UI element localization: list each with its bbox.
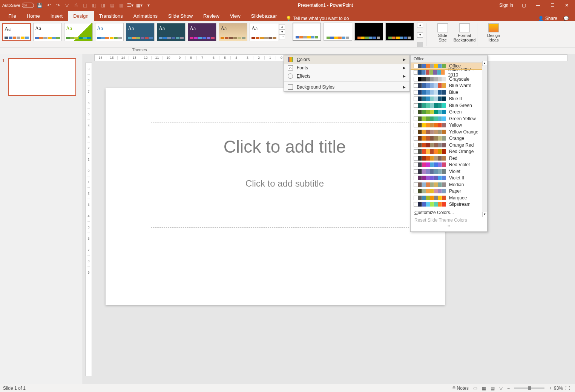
slide-size-button[interactable]: Slide Size bbox=[433, 23, 452, 47]
color-scheme-green-yellow[interactable]: Green Yellow bbox=[411, 115, 487, 122]
autosave-toggle[interactable]: AutoSave Off bbox=[2, 3, 34, 8]
zoom-slider[interactable] bbox=[514, 387, 544, 389]
theme-thumb-6[interactable]: Aa bbox=[157, 23, 186, 41]
tab-view[interactable]: View bbox=[225, 11, 246, 21]
tell-me-search[interactable]: 💡Tell me what you want to do bbox=[286, 16, 349, 21]
ribbon-display-options-icon[interactable]: ▢ bbox=[520, 3, 527, 8]
qat-icon-1[interactable]: ⎙ bbox=[73, 2, 79, 8]
themes-more-button[interactable]: ▴▾⋯ bbox=[279, 24, 285, 40]
color-scheme-blue-green[interactable]: Blue Green bbox=[411, 102, 487, 109]
slide-size-icon bbox=[437, 23, 448, 32]
slide-thumbnails-panel[interactable]: 1 bbox=[0, 54, 83, 384]
design-ideas-button[interactable]: Design Ideas bbox=[484, 23, 503, 47]
color-scheme-yellow[interactable]: Yellow bbox=[411, 122, 487, 129]
color-scheme-office-2007---2010[interactable]: Office 2007 - 2010 bbox=[411, 69, 487, 76]
qat-color-icon[interactable]: ▦▾ bbox=[136, 2, 143, 8]
qat-icon-7[interactable]: ☷▾ bbox=[127, 2, 133, 8]
color-scheme-orange[interactable]: Orange bbox=[411, 135, 487, 142]
fit-to-window-icon[interactable]: ⛶ bbox=[563, 386, 572, 391]
color-scheme-violet-ii[interactable]: Violet II bbox=[411, 175, 487, 182]
qat-icon-5[interactable]: ▤ bbox=[109, 2, 115, 8]
tab-home[interactable]: Home bbox=[21, 11, 45, 21]
save-icon[interactable]: 💾 bbox=[37, 2, 43, 8]
dropdown-colors[interactable]: CColorsolors▶ bbox=[284, 55, 409, 64]
color-scheme-blue[interactable]: Blue bbox=[411, 89, 487, 96]
undo-icon[interactable]: ↶ bbox=[46, 2, 52, 8]
color-scheme-red-violet[interactable]: Red Violet bbox=[411, 162, 487, 168]
slide-thumb-row[interactable]: 1 bbox=[2, 58, 80, 96]
sign-in-link[interactable]: Sign in bbox=[499, 3, 513, 8]
variants-gallery[interactable]: ▴▾⋯ bbox=[293, 23, 423, 47]
color-scheme-list[interactable]: OfficeOffice 2007 - 2010GrayscaleBlue Wa… bbox=[411, 63, 487, 208]
color-scheme-paper[interactable]: Paper bbox=[411, 188, 487, 195]
slide-thumbnail-1[interactable] bbox=[8, 58, 76, 96]
format-background-button[interactable]: Format Background bbox=[455, 23, 474, 47]
variants-dropdown: CColorsolors▶ A FFontsonts▶ EEffectsffec… bbox=[284, 55, 410, 92]
variant-2[interactable] bbox=[324, 23, 352, 41]
subtitle-placeholder[interactable]: Click to add subtitle bbox=[151, 175, 419, 228]
tab-animations[interactable]: Animations bbox=[128, 11, 163, 21]
qat-icon-2[interactable]: ◫ bbox=[82, 2, 88, 8]
color-scheme-marquee[interactable]: Marquee bbox=[411, 194, 487, 201]
slide-edit-area: 1615141312111098765432101234567 98765432… bbox=[83, 54, 575, 384]
theme-thumb-8[interactable]: Aa bbox=[219, 23, 247, 41]
scroll-up-icon[interactable]: ▴ bbox=[482, 61, 487, 66]
customize-colors[interactable]: Customize Colors...Customize Colors... bbox=[414, 210, 483, 215]
tab-review[interactable]: Review bbox=[198, 11, 225, 21]
color-scheme-median[interactable]: Median bbox=[411, 181, 487, 188]
slideshow-view-icon[interactable]: ▽ bbox=[497, 386, 505, 391]
tab-transitions[interactable]: Transitions bbox=[94, 11, 128, 21]
tab-slidebazaar[interactable]: Slidebazaar bbox=[246, 11, 282, 21]
notes-button[interactable]: ≛ Notes bbox=[450, 386, 471, 391]
color-scheme-yellow-orange[interactable]: Yellow Orange bbox=[411, 129, 487, 135]
scroll-down-icon[interactable]: ▾ bbox=[482, 212, 487, 217]
slide-sorter-icon[interactable]: ▦ bbox=[480, 386, 488, 391]
themes-gallery[interactable]: Aa Aa Aa Aa Aa Aa Aa Aa Aa bbox=[2, 23, 278, 41]
zoom-in-icon[interactable]: + bbox=[547, 386, 554, 391]
color-scheme-green[interactable]: Green bbox=[411, 109, 487, 116]
variant-1[interactable] bbox=[293, 23, 321, 41]
qat-customize-icon[interactable]: ▾ bbox=[146, 2, 152, 8]
zoom-out-icon[interactable]: − bbox=[505, 386, 512, 391]
redo-icon[interactable]: ↷ bbox=[55, 2, 61, 8]
theme-thumb-7[interactable]: Aa bbox=[188, 23, 216, 41]
reading-view-icon[interactable]: ▤ bbox=[488, 386, 497, 391]
tab-design[interactable]: Design bbox=[68, 11, 94, 21]
dropdown-background-styles[interactable]: BBackground Stylesackground Styles▶ bbox=[284, 83, 409, 91]
qat-icon-3[interactable]: ◧ bbox=[91, 2, 97, 8]
maximize-icon[interactable]: ☐ bbox=[549, 3, 556, 8]
normal-view-icon[interactable]: ▭ bbox=[471, 386, 480, 391]
variants-more-button[interactable]: ▴▾⋯ bbox=[417, 23, 423, 47]
comments-icon[interactable]: 💬 bbox=[560, 16, 572, 21]
theme-thumb-5[interactable]: Aa bbox=[126, 23, 155, 41]
color-scheme-red-orange[interactable]: Red Orange bbox=[411, 149, 487, 155]
close-icon[interactable]: ✕ bbox=[563, 3, 570, 8]
color-scheme-violet[interactable]: Violet bbox=[411, 168, 487, 175]
variant-3[interactable] bbox=[354, 23, 383, 41]
theme-thumb-9[interactable]: Aa bbox=[250, 23, 278, 41]
qat-icon-4[interactable]: ◨ bbox=[100, 2, 106, 8]
minimize-icon[interactable]: — bbox=[534, 3, 542, 8]
tab-file[interactable]: File bbox=[3, 11, 21, 21]
dropdown-effects[interactable]: EEffectsffects▶ bbox=[284, 72, 409, 80]
tab-slideshow[interactable]: Slide Show bbox=[163, 11, 198, 21]
theme-thumb-1[interactable]: Aa bbox=[2, 23, 31, 41]
title-placeholder[interactable]: Click to add title bbox=[151, 122, 419, 171]
share-button[interactable]: 👤Share bbox=[535, 16, 560, 21]
tab-insert[interactable]: Insert bbox=[45, 11, 68, 21]
slide-canvas[interactable]: Click to add title Click to add subtitle bbox=[106, 88, 445, 305]
theme-thumb-3[interactable]: Aa bbox=[64, 23, 93, 41]
start-from-beginning-icon[interactable]: ▽ bbox=[64, 2, 70, 8]
zoom-level[interactable]: 93% bbox=[554, 386, 563, 391]
theme-thumb-2[interactable]: Aa bbox=[33, 23, 62, 41]
qat-icon-6[interactable]: ▥ bbox=[118, 2, 124, 8]
flyout-scrollbar[interactable]: ▴ ▾ bbox=[482, 61, 487, 217]
color-scheme-orange-red[interactable]: Orange Red bbox=[411, 142, 487, 149]
variant-4[interactable] bbox=[385, 23, 414, 41]
color-scheme-blue-ii[interactable]: Blue II bbox=[411, 96, 487, 103]
color-scheme-blue-warm[interactable]: Blue Warm bbox=[411, 83, 487, 89]
theme-thumb-4[interactable]: Aa bbox=[95, 23, 124, 41]
color-scheme-red[interactable]: Red bbox=[411, 155, 487, 162]
dropdown-fonts[interactable]: A FFontsonts▶ bbox=[284, 64, 409, 72]
color-scheme-slipstream[interactable]: Slipstream bbox=[411, 201, 487, 208]
